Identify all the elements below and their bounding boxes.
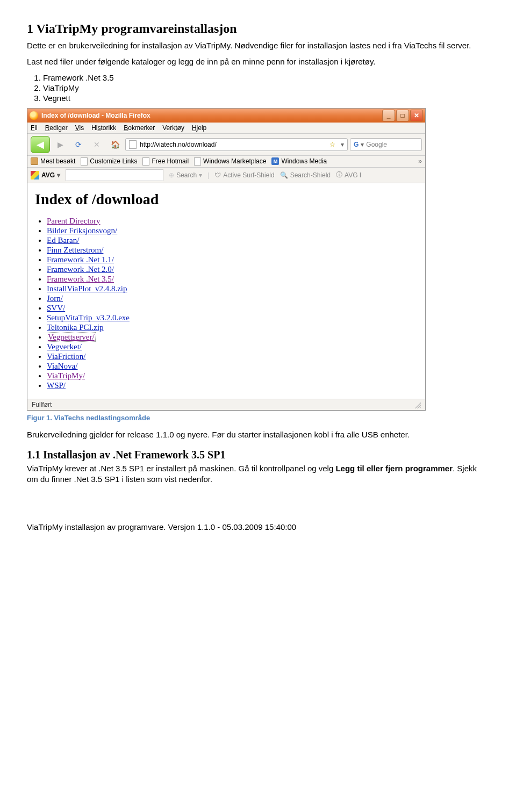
list-item: Teltonika PCI.zip — [47, 323, 418, 332]
bookmark-link[interactable]: Free Hotmail — [142, 157, 189, 166]
bookmark-label: Free Hotmail — [152, 157, 189, 165]
avg-item-label: AVG I — [345, 171, 361, 179]
list-item: Framework .Net 1.1/ — [47, 255, 418, 264]
list-item: Finn Zetterstrom/ — [47, 246, 418, 255]
download-list: Framework .Net 3.5 ViaTripMy Vegnett — [43, 73, 489, 103]
bookmark-most-visited[interactable]: Mest besøkt — [31, 157, 75, 165]
directory-link[interactable]: Framework .Net 2.0/ — [47, 265, 114, 274]
page-icon — [142, 157, 149, 166]
bookmark-folder-icon — [31, 157, 38, 165]
bookmark-label: Windows Media — [281, 157, 327, 165]
menu-tools[interactable]: Verktøy — [162, 124, 184, 132]
bookmarks-toolbar: Mest besøkt Customize Links Free Hotmail… — [27, 156, 425, 168]
url-dropdown-icon[interactable]: ▾ — [341, 141, 344, 148]
list-item: ViaNova/ — [47, 362, 418, 371]
directory-link[interactable]: Framework .Net 1.1/ — [47, 255, 114, 264]
list-item: Jorn/ — [47, 294, 418, 303]
window-title: Index of /download - Mozilla Firefox — [41, 112, 382, 119]
bookmark-label: Windows Marketplace — [203, 157, 266, 165]
avg-info[interactable]: ⓘ AVG I — [336, 170, 361, 179]
directory-link[interactable]: Parent Directory — [47, 217, 101, 225]
avg-label: AVG — [41, 171, 55, 179]
avg-search-shield[interactable]: 🔍 Search-Shield — [280, 171, 331, 179]
titlebar: Index of /download - Mozilla Firefox _ □… — [27, 109, 425, 123]
nav-toolbar: ◀ ▶ ⟳ ✕ 🏠 http://viatech.no/download/ ☆ … — [27, 134, 425, 156]
resize-grip-icon[interactable] — [413, 401, 421, 408]
page-footer: ViaTripMy installasjon av programvare. V… — [27, 522, 489, 531]
list-item: WSP/ — [47, 381, 418, 390]
directory-link[interactable]: InstallViaPlot_v2.4.8.zip — [47, 284, 127, 293]
bookmark-label: Customize Links — [90, 157, 137, 165]
directory-link[interactable]: SVV/ — [47, 304, 65, 312]
directory-link[interactable]: Jorn/ — [47, 294, 63, 303]
reload-button[interactable]: ⟳ — [70, 138, 87, 152]
list-item: Framework .Net 3.5 — [43, 73, 489, 82]
directory-link[interactable]: Vegnettserver/ — [47, 332, 96, 342]
figure-caption: Figur 1. ViaTechs nedlastingsområde — [27, 414, 489, 422]
avg-search-input[interactable] — [66, 169, 163, 181]
avg-surf-shield[interactable]: 🛡 Active Surf-Shield — [214, 171, 274, 179]
search-placeholder: Google — [366, 141, 387, 148]
directory-link[interactable]: ViaFriction/ — [47, 352, 85, 361]
intro-para-2: Last ned filer under følgende kataloger … — [27, 56, 489, 67]
directory-link[interactable]: Ed Baran/ — [47, 236, 79, 245]
list-item: Vegverket/ — [47, 342, 418, 351]
menu-help[interactable]: Hjelp — [192, 124, 206, 132]
page-icon — [129, 140, 137, 149]
maximize-button[interactable]: □ — [396, 110, 409, 121]
overflow-chevron-icon[interactable]: » — [418, 157, 422, 165]
intro-para-1: Dette er en brukerveiledning for install… — [27, 40, 489, 51]
status-bar: Fullført — [27, 399, 425, 410]
menu-bookmarks[interactable]: Bokmerker — [124, 124, 155, 132]
forward-button[interactable]: ▶ — [52, 138, 68, 152]
minimize-button[interactable]: _ — [382, 110, 395, 121]
list-item: SVV/ — [47, 304, 418, 313]
close-button[interactable]: ✕ — [410, 110, 423, 121]
menu-history[interactable]: Historikk — [91, 124, 116, 132]
status-text: Fullført — [32, 401, 52, 408]
list-item: Framework .Net 2.0/ — [47, 265, 418, 274]
search-bar[interactable]: G ▾ Google — [350, 138, 422, 151]
directory-link[interactable]: Framework .Net 3.5/ — [47, 275, 114, 283]
avg-toolbar: AVG ▾ ⊕ Search ▾ | 🛡 Active Surf-Shield … — [27, 168, 425, 183]
bookmark-link[interactable]: M Windows Media — [271, 157, 327, 165]
bookmark-label: Mest besøkt — [40, 157, 75, 165]
para-text: ViaTripMy krever at .Net 3.5 SP1 er inst… — [27, 464, 335, 473]
back-button[interactable]: ◀ — [31, 136, 50, 153]
heading-main: 1 ViaTripMy programvareinstallasjon — [27, 21, 489, 36]
avg-item-label: Search-Shield — [290, 171, 331, 179]
stop-button[interactable]: ✕ — [89, 138, 105, 152]
directory-link[interactable]: SetupVitaTrip_v3.2.0.exe — [47, 313, 130, 322]
list-item: Ed Baran/ — [47, 236, 418, 245]
list-item: Vegnett — [43, 94, 489, 103]
menu-file[interactable]: Fil — [31, 124, 38, 132]
directory-link[interactable]: ViaNova/ — [47, 362, 77, 370]
list-item: Bilder Friksjonsvogn/ — [47, 226, 418, 235]
home-button[interactable]: 🏠 — [107, 138, 123, 152]
para-bold: Legg til eller fjern programmer — [335, 464, 453, 473]
menu-view[interactable]: Vis — [75, 124, 84, 132]
list-item: ViaTripMy/ — [47, 371, 418, 380]
menu-edit[interactable]: Rediger — [45, 124, 68, 132]
directory-link[interactable]: WSP/ — [47, 381, 66, 390]
bookmark-star-icon[interactable]: ☆ — [329, 141, 335, 148]
directory-list: Parent DirectoryBilder Friksjonsvogn/Ed … — [47, 217, 418, 390]
url-bar[interactable]: http://viatech.no/download/ ☆ ▾ — [125, 138, 348, 151]
menubar: Fil Rediger Vis Historikk Bokmerker Verk… — [27, 123, 425, 134]
bookmark-link[interactable]: Windows Marketplace — [194, 157, 266, 166]
avg-logo[interactable]: AVG ▾ — [31, 171, 60, 179]
release-para: Brukerveiledning gjelder for release 1.1… — [27, 429, 489, 440]
avg-search-label: Search — [176, 171, 197, 179]
directory-link[interactable]: Vegverket/ — [47, 342, 82, 351]
bookmark-link[interactable]: Customize Links — [81, 157, 137, 166]
directory-link[interactable]: Bilder Friksjonsvogn/ — [47, 226, 117, 235]
page-content: Index of /download Parent DirectoryBilde… — [27, 183, 425, 399]
directory-link[interactable]: Teltonika PCI.zip — [47, 323, 104, 332]
list-item: Framework .Net 3.5/ — [47, 275, 418, 284]
directory-link[interactable]: Finn Zetterstrom/ — [47, 246, 103, 254]
avg-search-button[interactable]: ⊕ Search ▾ — [169, 171, 202, 179]
firefox-icon — [30, 111, 38, 120]
browser-window: Index of /download - Mozilla Firefox _ □… — [27, 108, 426, 411]
list-item: SetupVitaTrip_v3.2.0.exe — [47, 313, 418, 322]
directory-link[interactable]: ViaTripMy/ — [47, 371, 85, 380]
